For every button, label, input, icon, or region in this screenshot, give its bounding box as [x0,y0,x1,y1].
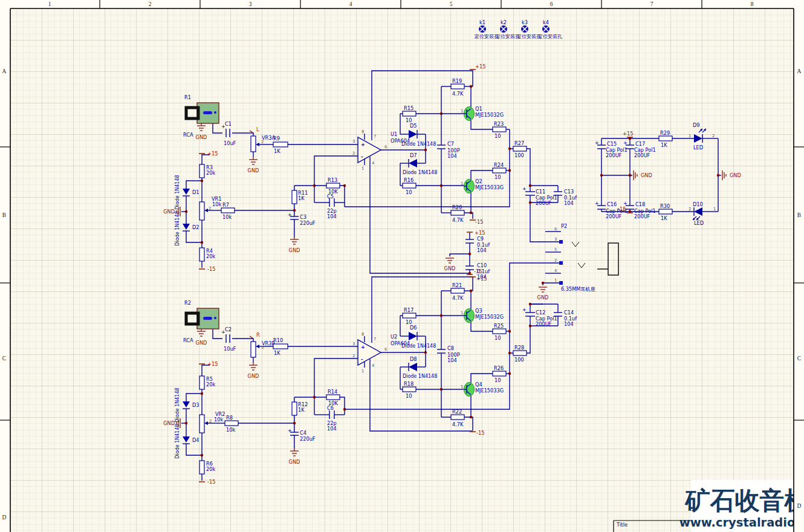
component-R10[interactable]: R10 1K [273,337,288,356]
net-label-L[interactable]: L [250,126,259,133]
component-R12[interactable]: R12 1K [292,401,308,415]
svg-text:+: + [623,140,627,146]
component-R11[interactable]: R11 1K [292,190,308,204]
component-R29[interactable]: R29 1K [659,130,672,148]
component-R4[interactable]: R4 20k [199,248,215,261]
gnd-icon: GND [444,258,456,271]
svg-text:4.7K: 4.7K [452,295,464,301]
component-R9[interactable]: R9 1K [273,135,288,154]
component-R30[interactable]: R30 1K [659,203,672,221]
component-ref: C1 [225,121,232,127]
component-value: 10uF [224,140,236,146]
svg-text:R15: R15 [404,105,413,111]
svg-text:104: 104 [447,153,457,159]
component-C13[interactable]: C13 0.1uf 104 [554,189,577,206]
svg-text:5: 5 [554,247,557,252]
component-D6[interactable]: D6 Diode 1N4148 [401,325,436,349]
component-R25[interactable]: R25 10 [493,323,506,341]
svg-text:1: 1 [361,369,364,374]
component-value: MJE15032G [475,112,504,118]
component-value: RCA [183,337,193,343]
svg-text:1: 1 [461,311,463,316]
component-R1-rca[interactable]: R1 RCA [183,94,219,138]
svg-text:Diode 1N4148: Diode 1N4148 [401,141,436,147]
ruler-col: 7 [650,1,653,7]
component-Q3-transistor[interactable]: 1 Q3 MJE15032G [461,308,504,323]
connector-P2-headphone-jack[interactable]: P2 6 3 5 2 4 1 6.35MM耳机座 [554,223,618,292]
component-D3[interactable]: D3 Diode 1N4148 [175,388,199,422]
component-C9[interactable]: C9 0.1uf 104 [465,236,490,253]
component-R18[interactable]: R18 10 [403,381,416,399]
component-C7[interactable]: C7 100P 104 [437,141,460,159]
component-R7[interactable]: R7 10k [221,202,235,220]
component-D9-led[interactable]: 1 2 D9 LED [689,122,715,151]
component-C8[interactable]: C8 100P 104 [437,345,460,363]
component-R2-rca[interactable]: R2 RCA [183,300,219,343]
svg-text:GND: GND [289,459,300,465]
svg-text:1K: 1K [661,215,667,221]
svg-text:200UF: 200UF [606,213,622,219]
component-C18[interactable]: + C18 Cap Pol1 200UF [623,201,656,219]
component-R23[interactable]: R23 10 [493,121,506,139]
component-C14[interactable]: C14 0.1uf 104 [554,310,577,327]
component-value: 1K [274,148,280,154]
svg-text:Diode 1N4148: Diode 1N4148 [175,211,180,245]
component-C3[interactable]: + C3 220uF [288,212,316,226]
component-D1[interactable]: D1 Diode 1N4148 [175,175,199,209]
mounting-holes[interactable]: k1 k2 k3 k4 定位安装孔 定位安装孔 定位安装孔 定位安装孔 [474,19,563,39]
component-VR1[interactable]: VR1 10k 2 [199,196,222,220]
svg-text:10k: 10k [214,417,223,423]
component-R17[interactable]: R17 10 [403,307,416,325]
component-VR3B[interactable]: VR3B 5 [251,340,275,357]
component-C6[interactable]: C6 22p 104 [327,405,337,432]
component-C12[interactable]: + C12 Cap Pol1 200UF [522,307,557,327]
component-C4[interactable]: + C4 220uF [288,428,316,442]
svg-text:220uF: 220uF [300,436,316,442]
component-D8[interactable]: D8 Diode 1N4148 [403,356,437,379]
component-R8[interactable]: R8 10k [225,415,238,433]
component-R21[interactable]: R21 4.7K [451,282,464,301]
component-ref: C2 [225,326,232,332]
svg-text:-15: -15 [207,266,216,272]
component-D4[interactable]: D4 Diode 1N4148 [175,424,199,458]
component-R27[interactable]: R27 100 [513,140,527,158]
component-C15[interactable]: + C15 Cap Pol1 200UF [595,140,627,158]
component-R22[interactable]: R22 4.7K [451,409,464,427]
component-VR2[interactable]: VR2 10k 2 [199,411,225,433]
component-ref: R2 [184,300,191,306]
component-R5[interactable]: R5 20k [199,376,215,389]
svg-text:8: 8 [361,129,364,134]
component-R13[interactable]: R13 10K [326,177,340,195]
component-R15[interactable]: R15 10 [403,105,416,123]
component-D10-led[interactable]: 2 1 D10 LED [689,201,716,226]
component-D5[interactable]: D5 Diode 1N4148 [401,123,436,147]
component-R19[interactable]: R19 4.7K [451,78,464,97]
component-R14[interactable]: R14 10K [326,389,340,406]
svg-text:10: 10 [494,377,501,383]
component-R26[interactable]: R26 10 [493,365,506,383]
svg-text:R27: R27 [514,140,524,146]
svg-text:+: + [595,140,599,146]
component-R3[interactable]: R3 20k [199,164,215,178]
component-VR3A[interactable]: VR3A 2 [251,135,275,152]
component-C2[interactable]: + C2 10uF [221,326,236,352]
svg-text:+: + [595,201,599,206]
component-C11[interactable]: + C11 Cap Pol1 200UF [522,186,557,206]
component-C1[interactable]: + C1 10uF [221,121,236,146]
component-R16[interactable]: R16 10 [403,177,416,195]
component-R24[interactable]: R24 10 [493,162,506,180]
component-Q2-transistor[interactable]: 1 Q2 MJE15033G [461,178,504,193]
component-Q4-transistor[interactable]: 1 Q4 MJE15033G [461,381,504,397]
connector-label: 6.35MM耳机座 [561,286,595,292]
mounting-ref: k3 [522,19,528,25]
component-D7[interactable]: D7 Diode 1N4148 [403,152,437,175]
component-C17[interactable]: + C17 Cap Pol1 200UF [623,140,656,158]
component-R6[interactable]: R6 20k [199,461,215,474]
svg-text:C10: C10 [477,262,487,268]
svg-text:2: 2 [261,140,264,144]
component-R28[interactable]: R28 100 [513,345,527,363]
component-C5[interactable]: C5 22p 104 [327,193,337,219]
component-D2[interactable]: D2 Diode 1N4148 [175,211,199,245]
net-label-R[interactable]: R [250,332,260,339]
component-Q1-transistor[interactable]: 1 Q1 MJE15032G [461,106,504,121]
